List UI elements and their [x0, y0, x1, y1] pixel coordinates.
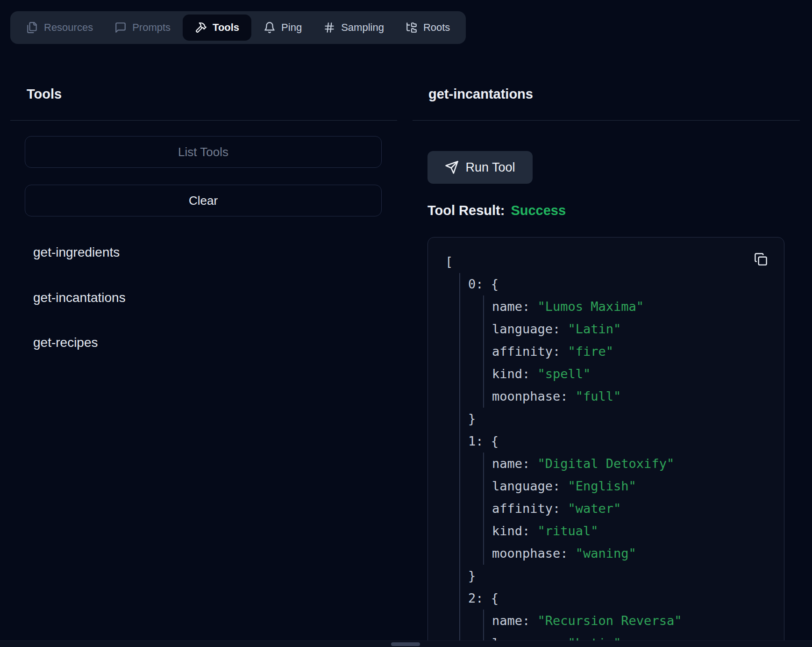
json-line: language: "English" — [492, 475, 775, 497]
json-tree: [0: {name: "Lumos Maxima"language: "Lati… — [445, 251, 775, 647]
json-line: name: "Lumos Maxima" — [492, 295, 775, 318]
panel-divider — [10, 120, 397, 121]
tool-result-status: Success — [511, 203, 566, 218]
json-line: 0: { — [468, 273, 775, 295]
tools-panel: Tools List Tools Clear get-ingredients g… — [10, 0, 397, 647]
horizontal-scrollbar-thumb[interactable] — [391, 642, 420, 646]
json-line: affinity: "water" — [492, 497, 775, 520]
run-tool-button[interactable]: Run Tool — [427, 151, 533, 184]
json-line: affinity: "fire" — [492, 340, 775, 363]
json-line: moonphase: "waning" — [492, 542, 775, 565]
tool-detail-panel: get-incantations Run Tool Tool Result:Su… — [413, 0, 800, 647]
tools-panel-title: Tools — [27, 86, 62, 102]
json-array-children: 0: {name: "Lumos Maxima"language: "Latin… — [459, 273, 775, 647]
json-line: 2: { — [468, 587, 775, 610]
tool-result-line: Tool Result:Success — [427, 203, 566, 218]
json-object-children: name: "Digital Detoxify"language: "Engli… — [483, 453, 775, 565]
tool-result-box: [0: {name: "Lumos Maxima"language: "Lati… — [427, 237, 784, 647]
json-line: } — [468, 565, 775, 587]
json-object-children: name: "Lumos Maxima"language: "Latin"aff… — [483, 295, 775, 408]
json-line: 1: { — [468, 430, 775, 453]
clear-button[interactable]: Clear — [25, 185, 382, 216]
run-tool-label: Run Tool — [465, 160, 515, 175]
horizontal-scrollbar — [0, 640, 812, 647]
panel-divider — [413, 120, 800, 121]
mcp-inspector-app: Resources Prompts Tools Ping Sampling — [0, 0, 812, 647]
json-line: language: "Latin" — [492, 318, 775, 340]
selected-tool-title: get-incantations — [428, 86, 533, 102]
json-line: name: "Recursion Reversa" — [492, 610, 775, 632]
list-tools-button[interactable]: List Tools — [25, 136, 382, 168]
json-line: kind: "spell" — [492, 363, 775, 385]
tool-result-label: Tool Result: — [427, 203, 505, 218]
tool-list-item[interactable]: get-ingredients — [33, 244, 120, 261]
json-line: kind: "ritual" — [492, 520, 775, 542]
tool-list-item[interactable]: get-recipes — [33, 334, 98, 351]
json-line: } — [468, 408, 775, 430]
tool-list-item[interactable]: get-incantations — [33, 289, 126, 306]
send-icon — [445, 160, 459, 174]
json-line: moonphase: "full" — [492, 385, 775, 408]
json-line: [ — [445, 251, 775, 273]
json-line: name: "Digital Detoxify" — [492, 453, 775, 475]
